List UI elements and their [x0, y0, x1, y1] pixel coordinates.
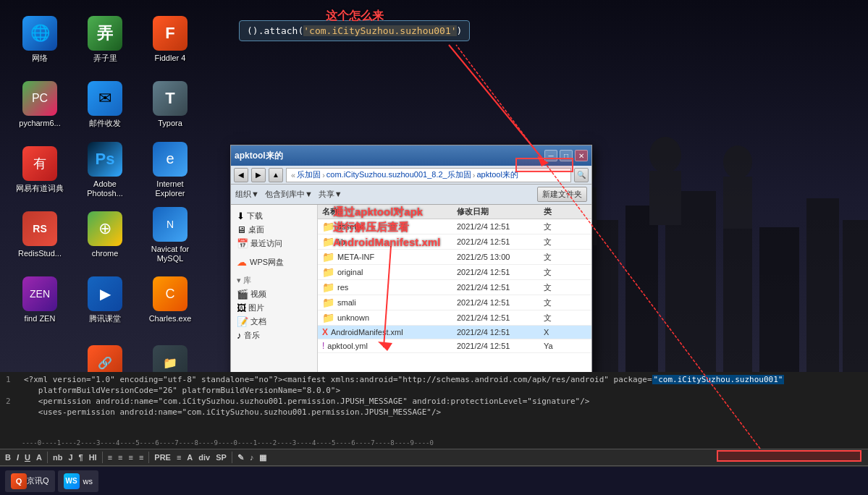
desktop-icon-mujizi[interactable]: 弄 弄子里 [72, 7, 138, 72]
align-justify-button[interactable]: ≡ [137, 452, 146, 462]
taskbar-item-jingxunq[interactable]: Q 京讯Q [5, 470, 55, 492]
italic-button[interactable]: I [14, 452, 21, 462]
nav-back-button[interactable]: ◀ [234, 168, 248, 182]
include-library-button[interactable]: 包含到库中▼ [265, 189, 313, 200]
sidebar-recent[interactable]: 📅 最近访问 [234, 237, 314, 250]
desktop-icon-pycharm[interactable]: PC pycharm6... [7, 72, 72, 138]
path-segment-2[interactable]: com.iCitySuzhou.suzhou001_8.2_乐加固 [326, 169, 471, 180]
font-color-button[interactable]: A [34, 452, 44, 462]
file-item-unknown[interactable]: 📁unknown 2021/2/4 12:51 文 [318, 310, 591, 326]
list-button[interactable]: ≡ [174, 452, 183, 462]
tencent-icon: ▶ [88, 276, 122, 311]
new-folder-button[interactable]: 新建文件夹 [537, 187, 587, 202]
sidebar-music[interactable]: ♪ 音乐 [234, 329, 314, 342]
file-item-androidmanifest[interactable]: XAndroidManifest.xml 2021/2/4 12:51 X [318, 326, 591, 339]
nav-forward-button[interactable]: ▶ [251, 168, 266, 182]
underline-button[interactable]: U [22, 452, 33, 462]
webstorm-label: ws [83, 477, 93, 486]
align-center-button[interactable]: ≡ [116, 452, 125, 462]
media-button[interactable]: ♪ [248, 452, 256, 462]
file-item-meta-inf[interactable]: 📁META-INF 2021/2/5 13:00 文 [318, 250, 591, 265]
ruler-bar: ----0----1----2----3----4----5----6----7… [0, 437, 868, 449]
maximize-button[interactable]: □ [560, 150, 573, 161]
redis-icon: RS [22, 211, 57, 246]
pycharm-label: pycharm6... [19, 119, 60, 128]
font-button[interactable]: A [185, 452, 195, 462]
library-section: ▾ 库 🎬 视频 🖼 图片 📝 文档 [234, 274, 314, 342]
desktop-icon-tencent[interactable]: ▶ 腾讯课堂 [72, 268, 138, 333]
file-item-smali[interactable]: 📁smali 2021/2/4 12:51 文 [318, 295, 591, 310]
code-content-2: <permission android:name="com.iCitySuzho… [24, 397, 862, 406]
yml-icon: ! [322, 341, 324, 351]
desktop-icon-chrome[interactable]: ⊕ chrome [72, 203, 138, 268]
taskbar-item-webstorm[interactable]: WS ws [58, 470, 98, 492]
file-item-lib[interactable]: 📁lib 2021/2/4 12:51 文 [318, 234, 591, 250]
header-name: 名称 [322, 206, 457, 217]
nav-path-bar[interactable]: « 乐加固 › com.iCitySuzhou.suzhou001_8.2_乐加… [286, 168, 571, 182]
path-segment-1[interactable]: 乐加固 [297, 169, 321, 180]
div-button[interactable]: div [196, 452, 212, 462]
photoshop-label: Adobe Photosh... [76, 179, 134, 198]
desktop-icon-navicat[interactable]: N Navicat for MySQL [138, 203, 203, 268]
desktop-icon-redis[interactable]: RS RedisStud... [7, 203, 72, 268]
svg-rect-9 [806, 198, 839, 372]
file-item-res[interactable]: 📁res 2021/2/4 12:51 文 [318, 280, 591, 295]
folder-icon: 📁 [322, 297, 334, 308]
sidebar-video-label: 视频 [250, 289, 266, 300]
svg-rect-5 [625, 206, 658, 372]
documents-icon: 📝 [237, 316, 248, 327]
desktop-icon-typora[interactable]: T Typora [138, 72, 203, 138]
sidebar-video[interactable]: 🎬 视频 [234, 287, 314, 301]
file-item-assets[interactable]: 📁assets 2021/2/4 12:51 文 [318, 219, 591, 234]
desktop-icon-youdao[interactable]: 有 网易有道词典 [7, 138, 72, 203]
align-right-button[interactable]: ≡ [126, 452, 135, 462]
edit-button[interactable]: ✎ [235, 452, 246, 463]
nav-up-button[interactable]: ▲ [269, 168, 283, 182]
desktop-icons-grid: 🌐 网络 弄 弄子里 F Fiddler 4 PC pycharm6... ✉ … [0, 0, 203, 412]
align-left-button[interactable]: ≡ [106, 452, 114, 462]
organize-button[interactable]: 组织▼ [235, 189, 259, 200]
j-button[interactable]: J [66, 452, 75, 462]
folder-icon: 📁 [322, 251, 334, 263]
path-segment-3[interactable]: apktool来的 [476, 169, 518, 180]
desktop-icon-charles[interactable]: C Charles.exe [138, 268, 203, 333]
svg-rect-10 [843, 220, 868, 372]
bold-button[interactable]: B [3, 452, 13, 462]
paragraph-button[interactable]: ¶ [77, 452, 85, 462]
desktop-icon-findzen[interactable]: ZEN find ZEN [7, 268, 72, 333]
nav-search-button[interactable]: 🔍 [574, 168, 589, 182]
ie-label: Internet Explorer [141, 179, 199, 198]
file-item-apktool-yml[interactable]: !apktool.yml 2021/2/4 12:51 Ya [318, 339, 591, 353]
svg-rect-4 [593, 220, 618, 372]
nb-button[interactable]: nb [51, 452, 64, 462]
sidebar-recent-label: 最近访问 [250, 238, 282, 249]
navicat-icon: N [153, 207, 187, 242]
favorites-group: ⬇ 下载 🖥 桌面 📅 最近访问 [234, 209, 314, 250]
close-button[interactable]: ✕ [575, 150, 588, 161]
sidebar-download[interactable]: ⬇ 下载 [234, 209, 314, 223]
pre-button[interactable]: PRE [152, 452, 173, 462]
highlight-button[interactable]: HI [87, 452, 99, 462]
jingxunq-icon: Q [11, 473, 27, 489]
desktop-icon-ie[interactable]: e Internet Explorer [138, 138, 203, 203]
code-editor[interactable]: 1 <?xml version="1.0" encoding="utf-8" s… [0, 372, 868, 437]
sp-button[interactable]: SP [214, 452, 229, 462]
file-item-original[interactable]: 📁original 2021/2/4 12:51 文 [318, 265, 591, 280]
svg-rect-16 [723, 177, 752, 229]
navicat-label: Navicat for MySQL [141, 245, 199, 263]
wps-cloud-item[interactable]: ☁ WPS网盘 [234, 255, 314, 269]
desktop-icon-small: 🖥 [237, 224, 246, 235]
chrome-label: chrome [92, 249, 119, 258]
share-button[interactable]: 共享▼ [319, 189, 342, 200]
table-button[interactable]: ▦ [257, 452, 269, 463]
minimize-button[interactable]: ─ [544, 150, 557, 161]
sidebar-documents[interactable]: 📝 文档 [234, 315, 314, 329]
wps-cloud-label: WPS网盘 [250, 257, 284, 268]
desktop-icon-email[interactable]: ✉ 邮件收发 [72, 72, 138, 138]
svg-point-13 [649, 137, 681, 173]
desktop-icon-network[interactable]: 🌐 网络 [7, 7, 72, 72]
desktop-icon-fiddler[interactable]: F Fiddler 4 [138, 7, 203, 72]
sidebar-pictures[interactable]: 🖼 图片 [234, 301, 314, 315]
sidebar-desktop[interactable]: 🖥 桌面 [234, 223, 314, 237]
desktop-icon-photoshop[interactable]: Ps Adobe Photosh... [72, 138, 138, 203]
